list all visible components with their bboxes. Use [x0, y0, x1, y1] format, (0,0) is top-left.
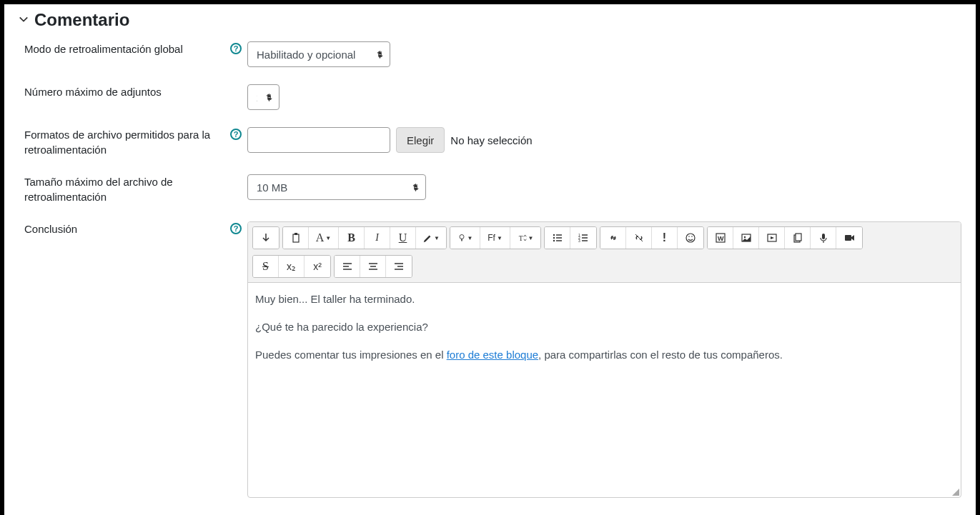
- important-button[interactable]: !: [652, 227, 678, 249]
- paragraph-style-button[interactable]: A▼: [309, 227, 339, 249]
- forum-link[interactable]: foro de este bloque: [447, 349, 538, 361]
- paste-button[interactable]: [283, 227, 309, 249]
- bold-button[interactable]: B: [339, 227, 365, 249]
- link-button[interactable]: [600, 227, 626, 249]
- resize-handle[interactable]: [951, 487, 959, 496]
- svg-rect-28: [822, 234, 825, 239]
- no-selection-text: No hay selección: [450, 134, 532, 146]
- choose-button[interactable]: Elegir: [396, 127, 445, 153]
- max-file-size-label: Tamaño máximo del archivo de retroalimen…: [24, 174, 242, 204]
- svg-point-20: [691, 236, 693, 237]
- svg-point-6: [553, 237, 554, 239]
- underline-button[interactable]: U: [390, 227, 416, 249]
- subscript-button[interactable]: x₂: [279, 256, 305, 277]
- max-attachments-select[interactable]: 2: [247, 84, 279, 110]
- section-title: Comentario: [34, 10, 129, 30]
- svg-point-7: [553, 240, 554, 241]
- conclusion-paragraph-3: Puedes comentar tus impresiones en el fo…: [255, 347, 954, 362]
- video-button[interactable]: [836, 227, 862, 249]
- superscript-button[interactable]: x²: [305, 256, 330, 277]
- overall-feedback-mode-label: Modo de retroalimentación global: [24, 41, 224, 56]
- collapse-toggle[interactable]: [19, 14, 29, 26]
- conclusion-paragraph-2: ¿Qué te ha parecido la experiencia?: [255, 319, 954, 334]
- unlink-button[interactable]: [626, 227, 652, 249]
- svg-point-18: [686, 234, 695, 242]
- italic-button[interactable]: I: [365, 227, 390, 249]
- svg-point-19: [688, 236, 690, 237]
- font-family-button[interactable]: Ff▼: [480, 227, 510, 249]
- svg-point-2: [460, 235, 464, 239]
- svg-rect-0: [293, 234, 299, 242]
- emoji-button[interactable]: [678, 227, 703, 249]
- numbered-list-button[interactable]: 123: [570, 227, 596, 249]
- brush-button[interactable]: ▼: [416, 227, 446, 249]
- max-attachments-label: Número máximo de adjuntos: [24, 84, 242, 99]
- svg-text:T: T: [518, 234, 523, 242]
- hint-button[interactable]: ▼: [450, 227, 480, 249]
- align-center-button[interactable]: [360, 256, 386, 277]
- editor-toolbar: A▼ B I U ▼ ▼ Ff▼ T▼: [248, 222, 961, 283]
- svg-point-5: [553, 234, 554, 236]
- rich-text-editor: A▼ B I U ▼ ▼ Ff▼ T▼: [247, 221, 961, 498]
- help-icon[interactable]: ?: [230, 223, 242, 234]
- max-file-size-select[interactable]: 10 MB: [247, 174, 426, 200]
- image-button[interactable]: [733, 227, 759, 249]
- conclusion-paragraph-1: Muy bien... El taller ha terminado.: [255, 291, 954, 306]
- files-button[interactable]: [785, 227, 811, 249]
- bullet-list-button[interactable]: [545, 227, 570, 249]
- svg-text:3: 3: [578, 239, 580, 243]
- media-button[interactable]: [759, 227, 785, 249]
- align-right-button[interactable]: [386, 256, 412, 277]
- help-icon[interactable]: ?: [230, 43, 242, 54]
- svg-rect-3: [461, 239, 462, 241]
- overall-feedback-mode-select[interactable]: Habilitado y opcional: [247, 41, 390, 67]
- word-button[interactable]: W: [708, 227, 733, 249]
- svg-text:W: W: [718, 235, 724, 242]
- microphone-button[interactable]: [811, 227, 836, 249]
- font-size-button[interactable]: T▼: [510, 227, 540, 249]
- svg-rect-27: [796, 234, 801, 241]
- conclusion-label: Conclusión: [24, 221, 224, 236]
- allowed-formats-input[interactable]: [247, 127, 390, 153]
- help-icon[interactable]: ?: [230, 129, 242, 140]
- editor-content-area[interactable]: Muy bien... El taller ha terminado. ¿Qué…: [248, 283, 961, 497]
- svg-point-24: [743, 236, 745, 238]
- allowed-formats-label: Formatos de archivo permitidos para la r…: [24, 127, 224, 157]
- strikethrough-button[interactable]: S: [253, 256, 279, 277]
- svg-rect-29: [845, 235, 851, 241]
- toolbar-expand-button[interactable]: [253, 227, 279, 249]
- align-left-button[interactable]: [335, 256, 360, 277]
- svg-rect-1: [295, 233, 297, 235]
